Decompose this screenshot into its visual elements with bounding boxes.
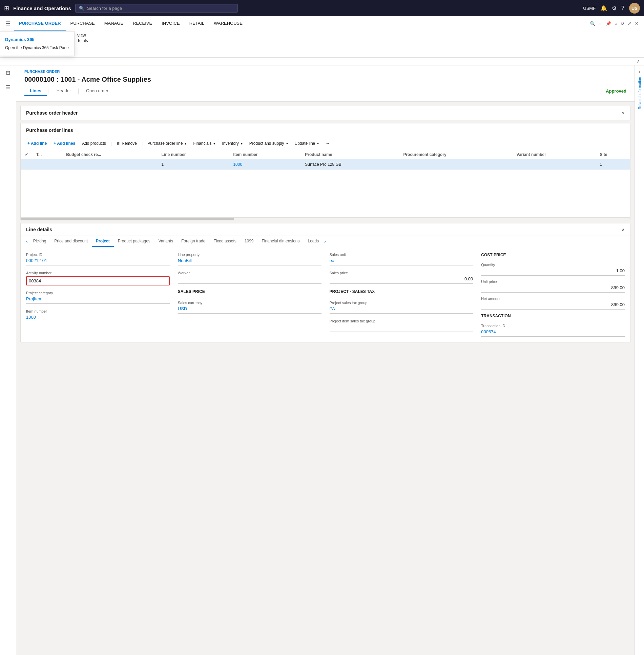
search-ribbon-icon[interactable]: 🔍 [590,21,595,26]
ribbon-tab-invoice[interactable]: INVOICE [157,17,184,31]
detail-tab-foreign-trade[interactable]: Foreign trade [177,236,209,247]
table-header-row: ✓ T... Budget check re... Line number It… [21,150,630,159]
line-property-label: Line property [178,253,321,257]
purchase-order-line-btn[interactable]: Purchase order line [145,140,189,147]
ribbon-tab-manage[interactable]: MANAGE [100,17,128,31]
dynamics-popup-title: Dynamics 365 [0,35,74,43]
project-sales-tax-section-label: PROJECT - SALES TAX [330,289,473,295]
product-and-supply-btn[interactable]: Product and supply [247,140,291,147]
project-sales-tax-group-value[interactable]: PA [330,306,473,314]
ribbon-tab-purchase[interactable]: PURCHASE [66,17,100,31]
col-product-name: Product name [301,150,399,159]
help-icon[interactable]: ? [621,5,624,11]
pin-icon[interactable]: 📌 [606,21,611,26]
sales-currency-value[interactable]: USD [178,306,321,314]
detail-tab-loads[interactable]: Loads [304,236,323,247]
expand-icon[interactable]: ⤢ [628,21,631,26]
item-number-group: Item number 1000 [26,309,170,322]
detail-tab-product-packages[interactable]: Product packages [114,236,154,247]
col-project: Project ID 000212-01 Activity number 003… [26,253,170,337]
tab-lines[interactable]: Lines [24,86,47,96]
menu-icon[interactable]: ☰ [6,84,11,91]
totals-btn[interactable]: Totals [77,38,88,44]
circle-icon[interactable]: ○ [615,21,617,26]
purchase-order-header-toggle[interactable]: Purchase order header ∨ [21,106,630,120]
ribbon-right-actions: 🔍 ··· 📌 ○ ↺ ⤢ ✕ [590,21,639,26]
sales-unit-value[interactable]: ea [330,258,473,265]
app-grid-icon[interactable]: ⊞ [4,4,9,12]
project-id-value[interactable]: 000212-01 [26,258,170,265]
detail-tab-variants[interactable]: Variants [154,236,177,247]
sales-price-value[interactable]: 0.00 [330,276,473,284]
project-item-sales-tax-group-value[interactable] [330,324,473,332]
col-line-property: Line property NonBill Worker SALES PRICE… [178,253,321,337]
top-nav: ⊞ Finance and Operations 🔍 USMF 🔔 ⚙ ? US [0,0,644,16]
update-line-btn[interactable]: Update line [292,140,322,147]
project-category-value[interactable]: ProjItem [26,296,170,304]
financials-btn[interactable]: Financials [190,140,218,147]
cell-procurement-category [399,159,512,170]
quantity-value[interactable]: 1.00 [481,268,625,276]
detail-tab-prev[interactable]: ‹ [25,236,29,247]
collapse-chevron[interactable]: ∧ [637,59,640,64]
scroll-track[interactable] [21,217,630,220]
scroll-thumb [21,218,234,220]
refresh-icon[interactable]: ↺ [621,21,624,26]
dynamics-task-pane-item[interactable]: Open the Dynamics 365 Task Pane [0,43,74,52]
net-amount-value[interactable]: 899.00 [481,302,625,310]
detail-tab-next[interactable]: › [323,236,327,247]
dynamics-popup: Dynamics 365 Open the Dynamics 365 Task … [0,31,75,56]
lines-table-scroll[interactable]: ✓ T... Budget check re... Line number It… [21,150,630,217]
purchase-order-lines-section: Purchase order lines + Add line + Add li… [20,123,630,220]
col-check: ✓ [21,150,32,159]
close-icon[interactable]: ✕ [635,21,639,26]
add-products-btn[interactable]: Add products [79,140,109,147]
activity-number-value[interactable]: 00384 [26,276,170,285]
detail-tab-project[interactable]: Project [92,236,114,247]
hamburger-icon[interactable]: ☰ [5,20,10,27]
line-property-value[interactable]: NonBill [178,258,321,265]
lines-toolbar: + Add line + Add lines Add products | 🗑 … [21,137,630,150]
tab-header[interactable]: Header [51,86,77,96]
inventory-btn[interactable]: Inventory [219,140,245,147]
ribbon-tab-receive[interactable]: RECEIVE [128,17,157,31]
search-input[interactable] [87,6,234,11]
line-details-collapse[interactable]: ∧ [622,227,625,232]
detail-tab-financial-dimensions[interactable]: Financial dimensions [257,236,304,247]
add-lines-btn[interactable]: + Add lines [51,140,78,147]
app-title: Finance and Operations [13,5,71,11]
table-row[interactable]: 1 1000 Surface Pro 128 GB 1 [21,159,630,170]
col-site: Site [596,150,630,159]
search-bar[interactable]: 🔍 [75,4,238,13]
detail-tab-1099[interactable]: 1099 [241,236,258,247]
unit-price-group: Unit price 899.00 [481,280,625,293]
more-options[interactable]: ··· [599,21,602,26]
transaction-id-group: Transaction ID 000674 [481,324,625,337]
add-line-btn[interactable]: + Add line [25,140,49,147]
project-item-sales-tax-group-group: Project item sales tax group [330,319,473,332]
detail-tab-fixed-assets[interactable]: Fixed assets [209,236,240,247]
item-number-value[interactable]: 1000 [26,315,170,322]
related-information-label[interactable]: Related information [638,77,642,109]
remove-btn[interactable]: 🗑 Remove [114,140,140,147]
ribbon-tab-purchase-order[interactable]: PURCHASE ORDER [14,17,66,31]
project-sales-tax-group-group: Project sales tax group PA [330,301,473,314]
worker-value[interactable] [178,276,321,284]
project-category-label: Project category [26,291,170,295]
ribbon-tab-retail[interactable]: RETAIL [185,17,209,31]
avatar[interactable]: US [629,3,640,14]
transaction-id-value[interactable]: 000674 [481,329,625,337]
notification-icon[interactable]: 🔔 [600,5,607,12]
unit-price-value[interactable]: 899.00 [481,285,625,293]
ribbon-tab-warehouse[interactable]: WAREHOUSE [209,17,247,31]
tab-open-order[interactable]: Open order [81,86,114,96]
settings-icon[interactable]: ⚙ [612,5,617,12]
collapse-right-icon[interactable]: ‹ [639,70,640,74]
detail-tab-price-discount[interactable]: Price and discount [50,236,92,247]
project-item-sales-tax-group-label: Project item sales tax group [330,319,473,323]
filter-icon[interactable]: ⊟ [6,70,10,76]
detail-tab-picking[interactable]: Picking [29,236,50,247]
more-btn[interactable]: ··· [323,140,332,147]
cell-variant-number [513,159,596,170]
lines-table: ✓ T... Budget check re... Line number It… [21,150,630,170]
